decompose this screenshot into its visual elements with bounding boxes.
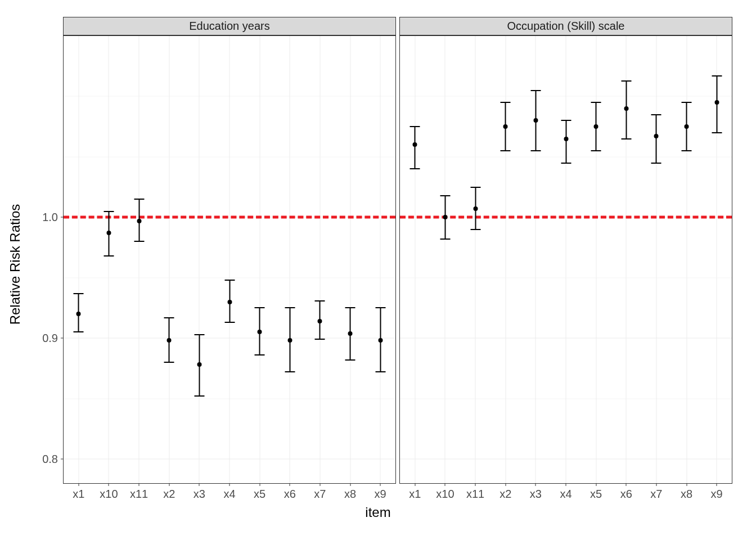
error-cap-bottom xyxy=(410,168,420,169)
point-marker xyxy=(258,330,262,334)
x-tick-label: x4 xyxy=(560,488,572,501)
error-cap-bottom xyxy=(315,339,325,340)
error-cap-top xyxy=(470,187,480,188)
x-tick-label: x5 xyxy=(590,488,602,501)
error-cap-top xyxy=(224,280,235,281)
error-cap-bottom xyxy=(285,371,295,372)
error-cap-top xyxy=(104,211,114,212)
data-point xyxy=(380,36,381,483)
x-tick-label: x8 xyxy=(344,488,356,501)
x-tick-label: x1 xyxy=(73,488,84,501)
point-marker xyxy=(348,331,353,336)
x-tick-label: x8 xyxy=(681,488,692,501)
error-cap-bottom xyxy=(712,132,722,133)
point-marker xyxy=(167,338,172,343)
error-cap-bottom xyxy=(591,150,601,151)
point-marker xyxy=(473,206,478,211)
error-cap-top xyxy=(651,114,662,115)
data-point xyxy=(596,36,596,483)
data-point xyxy=(566,36,566,483)
x-tick-label: x1 xyxy=(409,488,421,501)
facet-panel: Occupation (Skill) scalex1x10x11x2x3x4x5… xyxy=(399,17,732,484)
error-cap-bottom xyxy=(621,138,631,140)
data-point xyxy=(717,36,717,483)
error-cap-top xyxy=(375,307,385,308)
facet-panel: Education years0.80.91.0x1x10x11x2x3x4x5… xyxy=(63,17,396,484)
point-marker xyxy=(287,338,292,343)
point-marker xyxy=(76,312,81,316)
data-point xyxy=(78,36,79,483)
x-tick-label: x10 xyxy=(100,488,118,501)
x-tick-label: x5 xyxy=(254,488,266,501)
error-cap-top xyxy=(621,80,631,82)
point-marker xyxy=(443,215,447,219)
x-tick-label: x2 xyxy=(163,488,175,501)
error-cap-bottom xyxy=(345,359,356,361)
facet-strip-label: Occupation (Skill) scale xyxy=(399,17,732,35)
point-marker xyxy=(624,106,628,111)
point-marker xyxy=(533,118,538,123)
x-tick-label: x10 xyxy=(436,488,454,501)
data-point xyxy=(536,36,536,483)
error-cap-top xyxy=(501,102,511,103)
point-marker xyxy=(564,137,568,141)
point-marker xyxy=(654,134,659,138)
point-marker xyxy=(227,300,232,304)
point-marker xyxy=(714,100,719,105)
point-marker xyxy=(197,362,201,367)
error-cap-top xyxy=(410,126,420,127)
point-marker xyxy=(106,231,111,235)
x-axis-title: item xyxy=(365,505,390,520)
error-bar xyxy=(415,127,416,169)
y-axis-title: Relative Risk Ratios xyxy=(7,204,23,325)
point-marker xyxy=(378,338,382,343)
error-cap-bottom xyxy=(530,150,541,151)
error-cap-bottom xyxy=(682,150,692,151)
error-cap-top xyxy=(345,307,356,308)
error-cap-bottom xyxy=(375,371,385,372)
x-tick-label: x11 xyxy=(466,488,484,501)
error-cap-bottom xyxy=(164,362,174,363)
error-bar xyxy=(656,115,657,163)
x-tick-label: x7 xyxy=(650,488,662,501)
error-cap-top xyxy=(255,307,265,308)
error-cap-bottom xyxy=(134,241,144,242)
error-cap-top xyxy=(74,293,84,294)
facet-panels: Education years0.80.91.0x1x10x11x2x3x4x5… xyxy=(63,17,732,484)
point-marker xyxy=(685,124,689,129)
point-marker xyxy=(503,124,508,129)
data-point xyxy=(505,36,506,483)
x-tick-label: x6 xyxy=(620,488,632,501)
x-tick-label: x3 xyxy=(530,488,542,501)
data-point xyxy=(199,36,200,483)
error-cap-top xyxy=(194,334,204,335)
x-tick-label: x9 xyxy=(375,488,386,501)
error-cap-bottom xyxy=(440,238,450,240)
data-point xyxy=(230,36,230,483)
error-cap-top xyxy=(682,102,692,103)
data-point xyxy=(626,36,627,483)
error-cap-bottom xyxy=(224,322,235,323)
data-point xyxy=(320,36,320,483)
data-point xyxy=(656,36,656,483)
point-marker xyxy=(137,219,141,223)
plot-area: 0.80.91.0x1x10x11x2x3x4x5x6x7x8x9 xyxy=(63,35,396,484)
plot-area: x1x10x11x2x3x4x5x6x7x8x9 xyxy=(399,35,732,484)
error-cap-top xyxy=(315,300,325,302)
error-cap-top xyxy=(440,195,450,196)
error-cap-bottom xyxy=(104,255,114,256)
y-tick-label: 0.8 xyxy=(42,453,58,466)
error-cap-top xyxy=(285,307,295,308)
error-cap-bottom xyxy=(255,354,265,356)
data-point xyxy=(290,36,290,483)
error-cap-top xyxy=(712,75,722,76)
x-tick-label: x11 xyxy=(130,488,148,501)
error-cap-top xyxy=(134,199,144,200)
data-point xyxy=(139,36,140,483)
data-point xyxy=(350,36,350,483)
x-tick-label: x4 xyxy=(223,488,235,501)
error-cap-bottom xyxy=(561,163,571,164)
point-marker xyxy=(318,319,322,323)
x-tick-label: x7 xyxy=(314,488,326,501)
y-tick-label: 0.9 xyxy=(42,332,58,345)
